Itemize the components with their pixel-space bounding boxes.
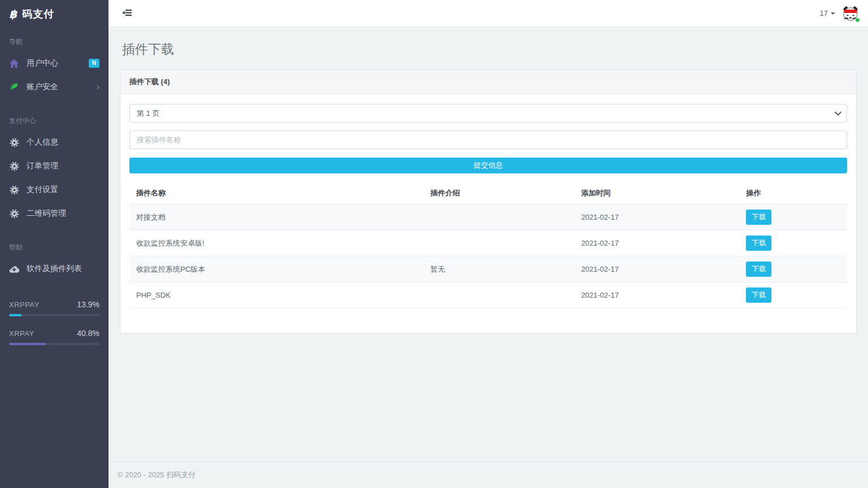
submit-button[interactable]: 提交信息: [129, 158, 847, 173]
sidebar-item-order-management[interactable]: 订单管理: [0, 154, 108, 178]
progress-bar: [9, 343, 99, 345]
plugin-name: 收款监控系统PC版本: [129, 256, 424, 282]
copyright-text: © 2020 - 2025 扫码支付: [118, 470, 196, 479]
plugin-name: 对接文档: [129, 204, 424, 230]
footer: © 2020 - 2025 扫码支付: [108, 461, 868, 488]
plugin-intro: [424, 204, 575, 230]
notification-count: 17: [820, 9, 828, 18]
progress-label: XRPPAY: [9, 300, 40, 309]
download-button[interactable]: 下载: [746, 236, 771, 251]
sidebar-item-payment-settings[interactable]: 支付设置: [0, 178, 108, 202]
download-button[interactable]: 下载: [746, 287, 771, 303]
section-label: 支付中心: [0, 107, 108, 130]
progress-xrpay: XRPAY 40.8%: [9, 329, 99, 345]
plugin-table: 插件名称 插件介绍 添加时间 操作 对接文档 2021-02-17 下载 收款监…: [129, 182, 847, 308]
page-select-wrap: 第 1 页: [129, 104, 847, 123]
sidebar-item-label: 个人信息: [27, 137, 58, 147]
home-icon: [9, 59, 19, 68]
sidebar-item-qrcode-management[interactable]: 二维码管理: [0, 202, 108, 225]
card-body: 第 1 页 提交信息 插件名称 插件介绍 添加时间 操作: [120, 94, 856, 333]
sidebar-item-label: 用户中心: [27, 58, 58, 68]
column-header-operation: 操作: [739, 182, 847, 204]
progress-label: XRPAY: [9, 329, 34, 338]
column-header-date: 添加时间: [574, 182, 739, 204]
plugin-name: PHP_SDK: [129, 282, 424, 308]
card-title: 插件下载 (4): [120, 70, 856, 94]
gear-icon: [9, 162, 19, 171]
menu-fold-icon: [122, 8, 132, 19]
caret-down-icon: [831, 12, 835, 15]
plugin-intro: [424, 282, 575, 308]
section-label: 帮助: [0, 234, 108, 257]
nav-section-navigation: 导航 用户中心 N 账户安全 ›: [0, 28, 108, 99]
column-header-intro: 插件介绍: [424, 182, 575, 204]
progress-value: 40.8%: [77, 329, 99, 338]
table-row: PHP_SDK 2021-02-17 下载: [129, 282, 847, 308]
user-avatar[interactable]: [842, 5, 859, 22]
sidebar-item-software-plugin-list[interactable]: 软件及插件列表: [0, 257, 108, 281]
section-label: 导航: [0, 28, 108, 51]
plugin-date: 2021-02-17: [574, 282, 739, 308]
app-title: 码支付: [22, 7, 54, 21]
column-header-name: 插件名称: [129, 182, 424, 204]
main-area: 17 插件下载: [108, 0, 868, 488]
app-logo[interactable]: ฿ 码支付: [0, 0, 108, 28]
table-header-row: 插件名称 插件介绍 添加时间 操作: [129, 182, 847, 204]
sidebar-item-label: 账户安全: [27, 82, 58, 92]
progress-value: 13.9%: [77, 300, 99, 309]
table-row: 收款监控系统安卓版! 2021-02-17 下载: [129, 230, 847, 256]
leaf-icon: [9, 82, 19, 91]
search-input[interactable]: [129, 130, 847, 149]
notification-dropdown[interactable]: 17: [820, 9, 835, 18]
new-badge: N: [89, 59, 99, 68]
sidebar-item-label: 二维码管理: [27, 208, 66, 219]
sidebar: ฿ 码支付 导航 用户中心 N 账户安全 › 支付中心 个人信息: [0, 0, 108, 488]
chevron-right-icon: ›: [97, 82, 99, 91]
sidebar-item-user-center[interactable]: 用户中心 N: [0, 51, 108, 75]
gear-icon: [9, 138, 19, 147]
page-select[interactable]: 第 1 页: [129, 104, 847, 123]
page-header: 插件下载: [108, 27, 868, 69]
page-title: 插件下载: [122, 41, 854, 58]
online-status-dot: [855, 18, 860, 23]
gear-icon: [9, 185, 19, 195]
progress-bar: [9, 314, 99, 316]
progress-xrppay: XRPPAY 13.9%: [9, 300, 99, 316]
plugin-download-card: 插件下载 (4) 第 1 页 提交信息 插件名称 插件介绍 添加时间: [120, 69, 857, 334]
sidebar-stats: XRPPAY 13.9% XRPAY 40.8%: [0, 300, 108, 358]
sidebar-toggle-button[interactable]: [122, 8, 132, 19]
gear-icon: [9, 209, 19, 219]
sidebar-item-label: 软件及插件列表: [27, 264, 82, 274]
bitcoin-icon: ฿: [9, 8, 17, 20]
plugin-date: 2021-02-17: [574, 230, 739, 256]
table-row: 收款监控系统PC版本 暂无 2021-02-17 下载: [129, 256, 847, 282]
cloud-download-icon: [9, 265, 19, 273]
sidebar-item-personal-info[interactable]: 个人信息: [0, 130, 108, 154]
navbar-right: 17: [820, 5, 859, 22]
plugin-name: 收款监控系统安卓版!: [129, 230, 424, 256]
sidebar-item-label: 订单管理: [27, 161, 58, 171]
nav-section-payment-center: 支付中心 个人信息 订单管理 支付设置 二维码管理: [0, 107, 108, 225]
nav-section-help: 帮助 软件及插件列表: [0, 233, 108, 281]
plugin-date: 2021-02-17: [574, 256, 739, 282]
sidebar-item-label: 支付设置: [27, 185, 58, 195]
table-row: 对接文档 2021-02-17 下载: [129, 204, 847, 230]
top-navbar: 17: [108, 0, 868, 27]
sidebar-item-account-security[interactable]: 账户安全 ›: [0, 75, 108, 99]
download-button[interactable]: 下载: [746, 210, 771, 225]
plugin-intro: 暂无: [424, 256, 575, 282]
plugin-intro: [424, 230, 575, 256]
plugin-date: 2021-02-17: [574, 204, 739, 230]
download-button[interactable]: 下载: [746, 262, 771, 277]
